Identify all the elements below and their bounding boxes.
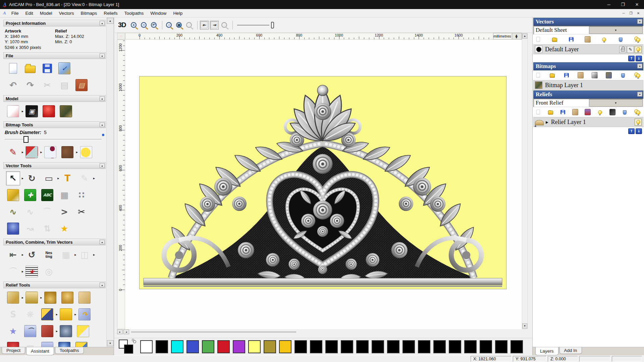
palette-swatch-11[interactable] — [310, 340, 322, 353]
palette-swatch-3[interactable] — [186, 340, 199, 353]
tab-assistant[interactable]: Assistant — [26, 347, 54, 355]
assistant-scrollbar[interactable]: ▲ ▼ — [106, 17, 114, 347]
flyout-arrow-icon[interactable]: ▸ — [93, 253, 95, 256]
flyout-arrow-icon[interactable]: ▸ — [41, 150, 42, 154]
menu-vectors[interactable]: Vectors — [55, 10, 77, 17]
bitmap-from-relief-icon[interactable] — [605, 72, 612, 79]
open-bitmap-icon[interactable] — [549, 72, 556, 79]
zoom-previous-icon[interactable]: ↶ — [150, 21, 158, 29]
palette-swatch-12[interactable] — [325, 340, 338, 353]
delete-relief-layer-icon[interactable] — [621, 109, 628, 116]
create-polyline-icon[interactable]: ∿ — [6, 205, 20, 219]
tab-toolpaths[interactable]: Toolpaths — [55, 347, 84, 354]
collapse-section-button[interactable]: ▲ — [637, 64, 642, 68]
relief-greyscale-icon[interactable] — [609, 109, 616, 116]
canvas-v-scrollbar[interactable]: ▲ ▼ — [522, 33, 528, 329]
bitmap-layer-row[interactable]: Bitmap Layer 1 — [533, 80, 643, 90]
fillet-tool-icon[interactable] — [6, 222, 20, 236]
menu-help[interactable]: Help — [170, 10, 186, 17]
expand-layer-icon[interactable]: ▶ — [546, 120, 548, 124]
primary-secondary-colours[interactable] — [119, 340, 136, 354]
menu-toolpaths[interactable]: Toolpaths — [121, 10, 147, 17]
delete-bitmap-layer-icon[interactable] — [620, 72, 627, 79]
vector-doctor-icon[interactable]: ✎ — [77, 171, 92, 185]
set-model-size-icon[interactable] — [6, 104, 20, 118]
edit-layer-icon[interactable]: ✎ — [627, 46, 634, 53]
palette-swatch-16[interactable] — [387, 340, 399, 353]
block-copy-icon[interactable]: ▦ — [59, 248, 73, 262]
fit-vectors-grid-icon[interactable]: ▦ — [57, 188, 71, 202]
minimize-button[interactable]: ─ — [602, 0, 616, 9]
sheet-select[interactable]: Default Sheet ▼ — [533, 26, 643, 35]
close-button[interactable]: ✕ — [630, 0, 644, 9]
palette-swatch-5[interactable] — [217, 340, 230, 353]
menu-edit[interactable]: Edit — [22, 10, 36, 17]
palette-swatch-21[interactable] — [464, 340, 477, 353]
merge-bitmap-layers-icon[interactable] — [577, 72, 584, 79]
tab-add-in[interactable]: Add In — [559, 347, 582, 354]
save-relief-icon[interactable] — [559, 109, 567, 116]
units-spinner-icon[interactable]: ▲▼ — [512, 33, 522, 39]
collapse-section-button[interactable]: ▲ — [100, 240, 105, 244]
relief-layer-row[interactable]: ▶ Relief Layer 1 — [533, 117, 643, 127]
create-text-icon[interactable]: T — [60, 171, 74, 185]
flyout-arrow-icon[interactable]: ▸ — [41, 296, 42, 299]
brush-diameter-slider[interactable] — [5, 136, 102, 143]
transform-vectors-icon[interactable]: ↻ — [25, 171, 39, 185]
layer-visibility-icon[interactable] — [635, 119, 642, 126]
preview-relief-icon[interactable] — [220, 21, 229, 29]
delete-vector-layer-icon[interactable] — [617, 36, 624, 43]
pyramid-relief-icon[interactable] — [40, 341, 54, 347]
toggle-all-reliefs-icon[interactable] — [634, 109, 641, 116]
zoom-out-icon[interactable]: − — [140, 21, 148, 29]
contrast-slider[interactable] — [237, 21, 274, 29]
nesting-icon[interactable]: Nesting — [42, 248, 56, 262]
child-minimize-button[interactable]: ─ — [620, 10, 627, 16]
zero-plane-icon[interactable] — [59, 307, 73, 321]
node-editing-icon[interactable]: ✚ — [23, 188, 37, 202]
child-close-button[interactable]: ✕ — [635, 10, 642, 16]
flyout-arrow-icon[interactable]: ▸ — [75, 313, 76, 316]
palette-swatch-24[interactable] — [511, 340, 523, 353]
zoom-selection-icon[interactable] — [185, 21, 194, 29]
select-vectors-icon[interactable]: ↖ — [6, 171, 20, 185]
transfer-relief-icon[interactable] — [584, 109, 591, 116]
flyout-arrow-icon[interactable]: ▸ — [22, 253, 23, 256]
create-star-icon[interactable]: ★ — [57, 222, 71, 236]
dropdown-arrow-icon[interactable]: ▼ — [589, 99, 643, 107]
zoom-fit-icon[interactable]: ▣ — [175, 21, 183, 29]
two-rail-sweep-icon[interactable] — [74, 341, 89, 347]
palette-icon[interactable] — [60, 145, 74, 159]
red-relief-tool-icon[interactable] — [6, 341, 20, 347]
scroll-up-icon[interactable]: ▲ — [522, 34, 527, 39]
polyline-angle-icon[interactable]: > — [57, 205, 71, 219]
canvas-h-scrollbar[interactable]: ▸ ◂ — [117, 329, 296, 335]
new-relief-layer-icon[interactable] — [535, 109, 542, 116]
move-layer-down-icon[interactable]: ↓ — [636, 128, 642, 134]
open-model-icon[interactable] — [23, 61, 37, 75]
flyout-arrow-icon[interactable]: ▸ — [22, 296, 23, 299]
toggle-all-bitmaps-icon[interactable] — [634, 72, 641, 79]
palette-swatch-4[interactable] — [202, 340, 214, 353]
palette-swatch-6[interactable] — [233, 340, 245, 353]
relief-select[interactable]: Front Relief ▼ — [533, 99, 643, 107]
save-vectors-icon[interactable] — [568, 36, 575, 43]
merge-relief-layers-icon[interactable] — [572, 109, 579, 116]
zoom-box-icon[interactable]: ▫ — [165, 21, 173, 29]
flyout-arrow-icon[interactable]: ▸ — [93, 177, 95, 180]
texture-ball-icon[interactable] — [57, 341, 71, 347]
collapse-section-button[interactable]: ▲ — [637, 92, 642, 97]
offset-relief-icon[interactable]: ↷ — [77, 307, 92, 321]
palette-swatch-0[interactable] — [140, 340, 153, 353]
undo-icon[interactable]: ↶ — [6, 78, 20, 92]
tab-project[interactable]: Project — [2, 347, 25, 354]
collapse-section-button[interactable]: ▲ — [637, 19, 642, 24]
bitmap-to-vector-icon[interactable] — [79, 145, 93, 159]
palette-swatch-8[interactable] — [264, 340, 276, 353]
palette-swatch-19[interactable] — [433, 340, 446, 353]
flyout-arrow-icon[interactable]: ▸ — [22, 150, 23, 154]
new-model-icon[interactable] — [6, 61, 20, 75]
collapse-section-button[interactable]: ▲ — [100, 53, 105, 58]
text-on-curve-icon[interactable]: ↺ — [25, 248, 39, 262]
lighting-material-icon[interactable] — [42, 104, 56, 118]
